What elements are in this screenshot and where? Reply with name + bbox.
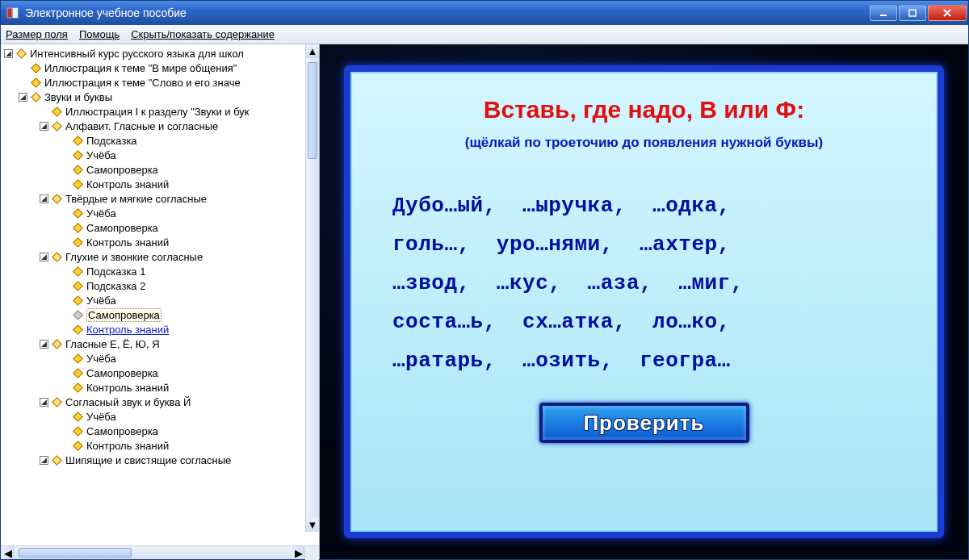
tree-item[interactable]: Учёба xyxy=(86,207,116,219)
spacer xyxy=(40,107,48,116)
word-blank[interactable]: Дубо…ый, xyxy=(392,194,497,218)
titlebar: Электронное учебное пособие xyxy=(1,1,968,25)
tree-item[interactable]: Учёба xyxy=(86,149,116,161)
word-blank[interactable]: сх…атка, xyxy=(522,310,627,334)
vertical-scrollbar[interactable]: ▲ ▼ xyxy=(305,44,319,532)
expand-icon[interactable]: ◢ xyxy=(40,340,48,349)
word-blank[interactable]: голь…, xyxy=(392,232,471,257)
tree-item[interactable]: Подсказка 2 xyxy=(86,280,145,292)
word-blank[interactable]: …ахтер, xyxy=(640,232,731,257)
folder-icon xyxy=(30,93,41,101)
app-window: Электронное учебное пособие Размер поля … xyxy=(0,0,969,560)
tree-item[interactable]: Контроль знаний xyxy=(86,324,169,336)
page-icon xyxy=(72,441,83,449)
tree-item[interactable]: Контроль знаний xyxy=(86,382,169,394)
folder-icon xyxy=(51,253,62,261)
minimize-button[interactable] xyxy=(870,5,897,21)
page-icon xyxy=(72,369,83,377)
menu-toggle-toc[interactable]: Скрыть/показать содержание xyxy=(131,28,275,40)
word-blank[interactable]: …звод, xyxy=(392,271,471,295)
page-icon xyxy=(30,78,41,86)
tree-item[interactable]: Контроль знаний xyxy=(86,178,169,190)
tree-item[interactable]: Самопроверка xyxy=(86,425,158,437)
folder-icon xyxy=(51,340,62,348)
exercise-title: Вставь, где надо, В или Ф: xyxy=(484,96,804,123)
tree-item[interactable]: Подсказка xyxy=(86,135,137,147)
tree-item[interactable]: Учёба xyxy=(86,411,116,423)
check-button[interactable]: Проверить xyxy=(539,403,749,443)
word-blank[interactable]: …миг, xyxy=(678,271,744,295)
folder-icon xyxy=(51,194,62,203)
horizontal-scrollbar[interactable]: ◀ ▶ xyxy=(1,545,319,559)
expand-icon[interactable]: ◢ xyxy=(19,93,27,102)
word-blank[interactable]: ло…ко, xyxy=(652,310,731,334)
tree-item[interactable]: Глухие и звонкие согласные xyxy=(65,251,203,263)
tree-item[interactable]: Самопроверка xyxy=(86,164,158,176)
page-icon xyxy=(72,325,83,333)
page-icon xyxy=(72,238,83,246)
folder-icon xyxy=(51,122,62,130)
folder-icon xyxy=(51,456,62,464)
tree-item[interactable]: Алфавит. Гласные и согласные xyxy=(65,120,218,132)
eye-icon xyxy=(72,311,83,319)
scroll-left-icon[interactable]: ◀ xyxy=(1,546,15,559)
tree-item[interactable]: Согласный звук и буква Й xyxy=(65,396,191,408)
tree-item[interactable]: Иллюстрация к теме "Слово и его значе xyxy=(44,77,241,89)
page-icon xyxy=(72,296,83,304)
menubar: Размер поля Помощь Скрыть/показать содер… xyxy=(1,25,968,44)
svg-rect-3 xyxy=(909,10,916,16)
word-blank[interactable]: …аза, xyxy=(588,271,653,295)
tree-item[interactable]: Иллюстрация I к разделу "Звуки и бук xyxy=(65,106,250,118)
expand-icon[interactable]: ◢ xyxy=(40,253,48,261)
tree-item[interactable]: Контроль знаний xyxy=(86,236,169,249)
expand-icon[interactable]: ◢ xyxy=(40,398,48,407)
tree-item[interactable]: Учёба xyxy=(86,353,116,365)
menu-field-size[interactable]: Размер поля xyxy=(6,28,68,40)
tree-item[interactable]: Контроль знаний xyxy=(86,440,169,452)
tree-item[interactable]: Подсказка 1 xyxy=(86,265,145,278)
tree-item[interactable]: Гласные Е, Ё, Ю, Я xyxy=(65,338,160,350)
tree-item[interactable]: Шипящие и свистящие согласные xyxy=(65,454,231,466)
expand-icon[interactable]: ◢ xyxy=(4,49,13,58)
expand-icon[interactable]: ◢ xyxy=(40,456,48,465)
page-icon xyxy=(72,267,83,275)
scroll-corner xyxy=(305,546,319,560)
scroll-down-icon[interactable]: ▼ xyxy=(306,518,319,532)
scroll-right-icon[interactable]: ▶ xyxy=(292,546,305,559)
tree: ◢ Интенсивный курс русского языка для шк… xyxy=(1,46,319,467)
spacer xyxy=(19,64,27,73)
scroll-up-icon[interactable]: ▲ xyxy=(306,44,319,58)
content-area: Вставь, где надо, В или Ф: (щёлкай по тр… xyxy=(320,44,968,559)
tree-item[interactable]: Твёрдые и мягкие согласные xyxy=(65,193,207,205)
word-blank[interactable]: …озить, xyxy=(522,349,614,373)
page-icon xyxy=(72,412,83,420)
word-blank[interactable]: геогра… xyxy=(640,349,731,373)
exercise-panel: Вставь, где надо, В или Ф: (щёлкай по тр… xyxy=(344,65,944,538)
expand-icon[interactable]: ◢ xyxy=(40,122,48,131)
tree-panel: ◢ Интенсивный курс русского языка для шк… xyxy=(1,44,319,545)
menu-help[interactable]: Помощь xyxy=(79,28,120,40)
tree-item[interactable]: Иллюстрация к теме "В мире общения" xyxy=(44,62,237,74)
word-blank[interactable]: …ратарь, xyxy=(392,349,497,373)
close-button[interactable] xyxy=(928,5,967,21)
svg-rect-0 xyxy=(7,8,12,18)
page-icon xyxy=(72,224,83,232)
scroll-thumb[interactable] xyxy=(308,62,317,159)
word-blank[interactable]: уро…нями, xyxy=(497,232,614,257)
word-blank[interactable]: …одка, xyxy=(652,194,731,218)
page-icon xyxy=(51,107,62,115)
maximize-button[interactable] xyxy=(899,5,926,21)
word-blank[interactable]: …ыручка, xyxy=(522,194,627,218)
spacer xyxy=(19,78,27,87)
tree-item[interactable]: Интенсивный курс русского языка для школ xyxy=(30,48,244,60)
tree-item[interactable]: Самопроверка xyxy=(86,367,158,379)
tree-item[interactable]: Звуки и буквы xyxy=(44,91,112,103)
tree-item[interactable]: Учёба xyxy=(86,295,116,307)
scroll-thumb[interactable] xyxy=(19,548,132,558)
word-blank[interactable]: соста…ь, xyxy=(392,310,497,334)
tree-item-selected[interactable]: Самопроверка xyxy=(86,308,162,322)
word-blank[interactable]: …кус, xyxy=(497,271,562,295)
page-icon xyxy=(72,209,83,217)
tree-item[interactable]: Самопроверка xyxy=(86,222,158,234)
expand-icon[interactable]: ◢ xyxy=(40,194,48,203)
